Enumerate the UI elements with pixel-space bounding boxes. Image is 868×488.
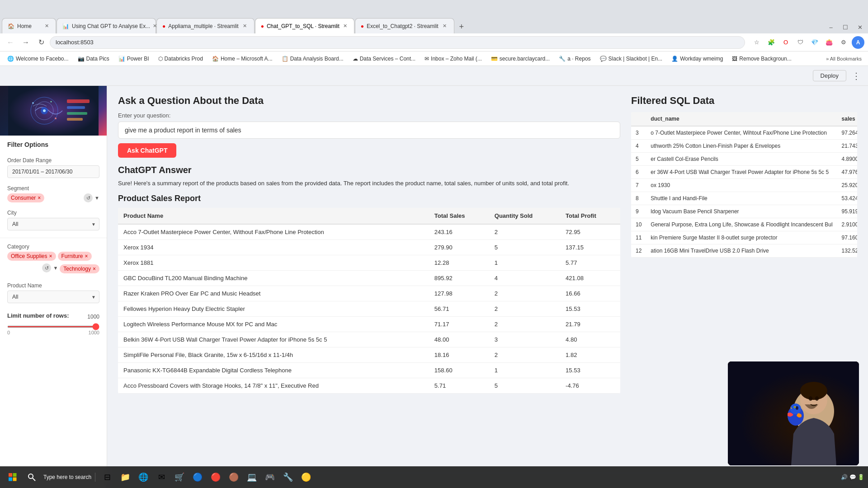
tab-close-appliama[interactable]: ✕ (241, 23, 249, 30)
bookmark-power-bi[interactable]: 📊 Power BI (115, 55, 153, 63)
close-window-button[interactable]: ✕ (854, 21, 866, 33)
mail-button[interactable]: ✉ (153, 469, 170, 485)
opera-button[interactable]: O (779, 36, 792, 49)
address-bar[interactable]: localhost:8503 (50, 36, 745, 49)
tab-appliama[interactable]: ● Appliama_multiple · Streamlit ✕ (156, 18, 255, 33)
segment-dropdown-arrow[interactable]: ▼ (94, 195, 99, 201)
settings-button[interactable]: ⚙ (837, 36, 850, 49)
tab-chatgpt-sql[interactable]: ● Chat_GPT_to_SQL · Streamlit ✕ (255, 18, 354, 33)
segment-tag-label: Consumer (11, 195, 36, 201)
apps-button-6[interactable]: 🔧 (280, 469, 296, 485)
tab-chatgpt-excel[interactable]: 📊 Using Chat GPT to Analyse Ex... ✕ (57, 18, 156, 33)
limit-slider[interactable] (7, 326, 99, 328)
category-tag-office-supplies: Office Supplies × (7, 252, 56, 261)
bookmark-facebook[interactable]: 🌐 Welcome to Facebo... (4, 55, 72, 63)
category-dropdown-arrow[interactable]: ▼ (53, 265, 58, 271)
product-name-section: Product Name All ▼ (0, 281, 107, 309)
apps-button-4[interactable]: 💻 (244, 469, 260, 485)
search-taskbar-button[interactable] (24, 469, 40, 485)
task-view-button[interactable]: ⊟ (99, 469, 115, 485)
tab-excel-chatgpt[interactable]: ● Excel_to_Chatgpt2 · Streamlit ✕ (355, 18, 454, 33)
profit-cell: 4.80 (560, 332, 620, 347)
forward-button[interactable]: → (19, 36, 33, 49)
category-tag-furniture-remove[interactable]: × (85, 253, 88, 259)
search-taskbar-text[interactable]: Type here to search (43, 474, 91, 480)
bookmark-barclaycard[interactable]: 💳 secure.barclaycard... (487, 55, 553, 63)
back-button[interactable]: ← (4, 36, 17, 49)
profile-button[interactable]: A (852, 36, 864, 49)
segment-tag-remove[interactable]: × (38, 195, 41, 201)
table-row: Xerox 1881 12.28 1 5.77 (118, 255, 620, 270)
store-button[interactable]: 🛒 (171, 469, 188, 485)
table-row: GBC DocuBind TL200 Manual Binding Machin… (118, 270, 620, 286)
start-button[interactable] (4, 468, 22, 486)
question-input[interactable] (118, 122, 620, 139)
bookmark-star-button[interactable]: ☆ (750, 36, 763, 49)
bookmark-slack[interactable]: 💬 Slack | Slackbot | En... (596, 55, 666, 63)
vpn-button[interactable]: 🛡 (794, 36, 807, 49)
bookmark-workday[interactable]: 👤 Workday wmeimg (668, 55, 726, 63)
new-tab-button[interactable]: + (455, 20, 468, 33)
left-panel: Ask a Question About the Data Enter your… (118, 95, 620, 488)
sql-col-name: duct_name (646, 112, 837, 126)
bookmark-remove-bg[interactable]: 🖼 Remove Backgroun... (728, 55, 795, 63)
sql-product-name: er 36W 4-Port USB Wall Charger Travel Po… (646, 166, 837, 179)
table-row: Fellowes Hyperion Heavy Duty Electric St… (118, 301, 620, 316)
slider-max-label: 1000 (89, 330, 99, 335)
svg-rect-6 (67, 118, 83, 121)
tab-close-excel2[interactable]: ✕ (441, 23, 448, 30)
app-menu-button[interactable]: ⋮ (852, 70, 861, 81)
sales-cell: 12.28 (429, 255, 489, 270)
svg-rect-3 (67, 99, 90, 103)
sql-product-name: General Purpose, Extra Long Life, Showca… (646, 218, 837, 231)
apps-button-7[interactable]: 🟡 (298, 469, 314, 485)
crypto-button[interactable]: 💎 (808, 36, 821, 49)
reload-button[interactable]: ↻ (34, 36, 48, 49)
sql-sales: 4.890000 (837, 153, 857, 166)
segment-refresh-button[interactable]: ↺ (84, 193, 93, 202)
tab-close-home[interactable]: ✕ (43, 23, 50, 30)
deploy-button[interactable]: Deploy (813, 70, 846, 81)
category-refresh-button[interactable]: ↺ (42, 263, 51, 272)
bookmark-microsoft[interactable]: 🏠 Home – Microsoft A... (208, 55, 276, 63)
bookmarks-more-button[interactable]: » All Bookmarks (823, 55, 864, 62)
category-tag-office-remove[interactable]: × (49, 253, 52, 259)
svg-rect-24 (9, 473, 12, 477)
qty-cell: 5 (489, 378, 560, 393)
bookmark-data-services[interactable]: ☁ Data Services – Cont... (349, 55, 419, 63)
file-explorer-button[interactable]: 📁 (117, 469, 133, 485)
product-name-cell: Fellowes Hyperion Heavy Duty Electric St… (118, 301, 429, 316)
edge-button[interactable]: 🌐 (135, 469, 151, 485)
apps-button-2[interactable]: 🔴 (208, 469, 224, 485)
extensions-button[interactable]: 🧩 (765, 36, 778, 49)
bookmark-databricks[interactable]: ⬡ Databricks Prod (155, 55, 207, 63)
tab-favicon: 📊 (62, 23, 69, 29)
bookmark-inbox[interactable]: ✉ Inbox – Zoho Mail (... (421, 55, 486, 63)
svg-point-8 (43, 109, 46, 112)
ask-chatgpt-button[interactable]: Ask ChatGPT (118, 143, 176, 158)
date-range-input[interactable] (7, 165, 99, 178)
wallet-button[interactable]: 👛 (823, 36, 835, 49)
sql-table-row: 11 kin Premiere Surge Master II 8-outlet… (631, 231, 857, 244)
apps-button-3[interactable]: 🟤 (226, 469, 242, 485)
sql-sales: 2.910000 (837, 218, 857, 231)
tab-home[interactable]: 🏠 Home ✕ (2, 18, 56, 33)
maximize-button[interactable]: ☐ (839, 21, 852, 33)
apps-button-1[interactable]: 🔵 (189, 469, 206, 485)
sales-cell: 5.71 (429, 378, 489, 393)
bookmark-data-analysis[interactable]: 📋 Data Analysis Board... (278, 55, 347, 63)
address-text: localhost:8503 (56, 39, 94, 46)
qty-cell: 2 (489, 224, 560, 240)
bookmark-data-pics[interactable]: 📷 Data Pics (74, 55, 113, 63)
qty-cell: 5 (489, 239, 560, 255)
category-tag-tech-remove[interactable]: × (93, 266, 96, 272)
product-name-cell: Acco Pressboard Covers with Storage Hook… (118, 378, 429, 393)
taskbar-right-area: 🔊 💬 🔋 (841, 474, 864, 480)
tab-close-sql[interactable]: ✕ (342, 23, 349, 30)
city-select[interactable]: All (7, 218, 99, 230)
product-name-select[interactable]: All (7, 291, 99, 303)
minimize-button[interactable]: – (825, 21, 837, 33)
bookmark-repos[interactable]: 🔧 a · Repos (555, 55, 594, 63)
apps-button-5[interactable]: 🎮 (262, 469, 278, 485)
product-sales-table: Product Name Total Sales Quantity Sold T… (118, 208, 620, 394)
